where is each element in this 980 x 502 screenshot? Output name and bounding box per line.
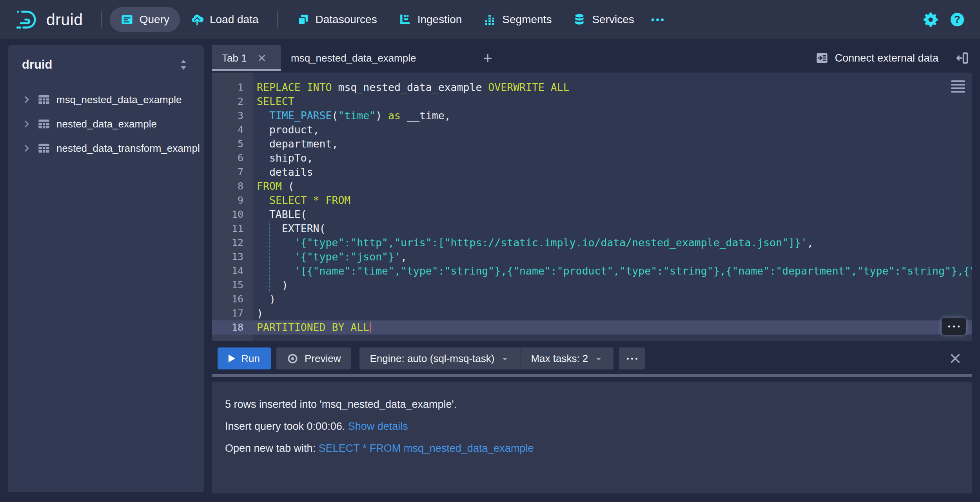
top-nav: druid Query Load data Datasources — [0, 0, 980, 39]
code-text: ) — [253, 292, 972, 306]
toggle-right-panel-button[interactable] — [955, 51, 969, 65]
line-number: 8 — [212, 179, 253, 193]
editor-more-button[interactable] — [942, 318, 966, 335]
gear-icon — [923, 12, 938, 27]
preview-button[interactable]: Preview — [276, 347, 351, 369]
code-line: 13 '{"type":"json"}', — [212, 250, 972, 264]
plus-icon: + — [483, 49, 492, 67]
code-line: 14 '[{"name":"time","type":"string"},{"n… — [212, 264, 972, 278]
chevron-right-icon[interactable] — [22, 119, 31, 129]
code-line: 8FROM ( — [212, 179, 972, 193]
table-item-nested-data-example[interactable]: nested_data_example — [8, 112, 204, 136]
code-line: 15 ) — [212, 278, 972, 292]
datasources-icon — [296, 13, 310, 26]
show-details-link[interactable]: Show details — [348, 420, 408, 432]
table-icon — [38, 118, 50, 130]
hamburger-icon — [951, 80, 965, 82]
open-query-link[interactable]: SELECT * FROM msq_nested_data_example — [319, 442, 534, 454]
indent-guide — [269, 264, 270, 278]
tab-msq-nested-data-example[interactable]: msq_nested_data_example — [281, 45, 426, 71]
line-number: 10 — [212, 207, 253, 222]
run-button[interactable]: Run — [218, 347, 271, 369]
nav-item-query[interactable]: Query — [110, 7, 180, 32]
code-text: product, — [253, 123, 972, 137]
code-line: 6 shipTo, — [212, 151, 972, 165]
brand-name: druid — [46, 11, 83, 29]
code-text: SELECT * FROM — [253, 193, 972, 207]
line-number: 13 — [212, 250, 253, 264]
indent-guide — [282, 250, 282, 264]
panel-splitter[interactable] — [212, 374, 972, 377]
line-number: 7 — [212, 165, 253, 179]
code-line: 11 EXTERN( — [212, 222, 972, 236]
settings-button[interactable] — [923, 12, 938, 27]
code-text: '[{"name":"time","type":"string"},{"name… — [253, 264, 972, 278]
code-line: 16 ) — [212, 292, 972, 306]
code-lines: 1REPLACE INTO msq_nested_data_example OV… — [212, 80, 972, 335]
rows-inserted-message: 5 rows inserted into 'msq_nested_data_ex… — [225, 399, 959, 410]
indent-guide — [269, 278, 270, 292]
ingestion-icon — [398, 13, 412, 26]
text-cursor — [370, 322, 371, 333]
tab-label: msq_nested_data_example — [291, 52, 416, 64]
svg-text:?: ? — [954, 14, 960, 25]
add-tab-button[interactable]: + — [483, 50, 492, 66]
max-tasks-select[interactable]: Max tasks: 2 — [520, 347, 613, 369]
tab-bar: Tab 1 msq_nested_data_example + Connect … — [212, 45, 972, 71]
code-line: 18PARTITIONED BY ALL — [212, 320, 972, 335]
line-number: 3 — [212, 109, 253, 123]
code-text: '{"type":"http","uris":["https://static.… — [253, 236, 972, 250]
chevron-right-icon[interactable] — [22, 144, 31, 153]
indent-guide — [269, 236, 270, 250]
line-number: 5 — [212, 137, 253, 151]
nav-item-load-data[interactable]: Load data — [180, 7, 269, 32]
double-caret-vertical-icon[interactable] — [177, 58, 190, 71]
engine-settings-group: Engine: auto (sql-msq-task) Max tasks: 2 — [359, 347, 613, 369]
sql-editor[interactable]: 1REPLACE INTO msq_nested_data_example OV… — [212, 73, 972, 341]
table-item-nested-data-transform-example[interactable]: nested_data_transform_exampl — [8, 136, 204, 160]
caret-down-icon — [500, 353, 510, 364]
nav-item-segments[interactable]: Segments — [472, 7, 562, 32]
code-text: shipTo, — [253, 151, 972, 165]
nav-item-services[interactable]: Services — [562, 7, 644, 32]
table-item-msq-nested-data-example[interactable]: msq_nested_data_example — [8, 87, 204, 112]
indent-guide — [282, 264, 282, 278]
ellipsis-icon — [627, 358, 629, 360]
chevron-right-icon[interactable] — [22, 95, 31, 104]
code-line: 17) — [212, 306, 972, 320]
schema-sidebar: druid msq_nested_data_example — [8, 45, 204, 492]
nav-item-datasources[interactable]: Datasources — [286, 7, 388, 32]
indent-guide — [269, 222, 270, 236]
schema-selector[interactable]: druid — [8, 45, 204, 79]
code-text: TABLE( — [253, 207, 972, 222]
services-database-icon — [573, 13, 586, 26]
line-number: 18 — [212, 320, 253, 335]
segments-icon — [483, 13, 496, 26]
nav-more-button[interactable]: ••• — [645, 7, 671, 32]
engine-select[interactable]: Engine: auto (sql-msq-task) — [359, 347, 520, 369]
help-button[interactable]: ? — [949, 12, 965, 27]
run-more-options-button[interactable] — [619, 347, 645, 369]
druid-brand[interactable]: druid — [15, 7, 83, 32]
code-text: '{"type":"json"}', — [253, 250, 972, 264]
tab-1[interactable]: Tab 1 — [212, 45, 281, 71]
code-text: TIME_PARSE("time") as __time, — [253, 109, 972, 123]
eye-icon — [287, 353, 299, 365]
connect-external-data-button[interactable]: Connect external data — [815, 51, 938, 65]
help-icon: ? — [949, 12, 965, 27]
code-text: SELECT — [253, 95, 972, 109]
line-number: 9 — [212, 193, 253, 207]
code-line: 10 TABLE( — [212, 207, 972, 222]
open-new-tab-message: Open new tab with: SELECT * FROM msq_nes… — [225, 443, 959, 454]
nav-divider — [101, 11, 102, 28]
nav-item-ingestion[interactable]: Ingestion — [388, 7, 473, 32]
tabbar-actions: Connect external data — [815, 45, 969, 71]
close-tab-button[interactable] — [257, 53, 267, 63]
editor-menu-button[interactable] — [950, 79, 966, 94]
close-icon — [949, 352, 962, 365]
line-number: 6 — [212, 151, 253, 165]
caret-down-icon — [594, 353, 603, 364]
close-results-button[interactable] — [949, 352, 962, 365]
code-line: 12 '{"type":"http","uris":["https://stat… — [212, 236, 972, 250]
nav-divider — [277, 11, 278, 28]
